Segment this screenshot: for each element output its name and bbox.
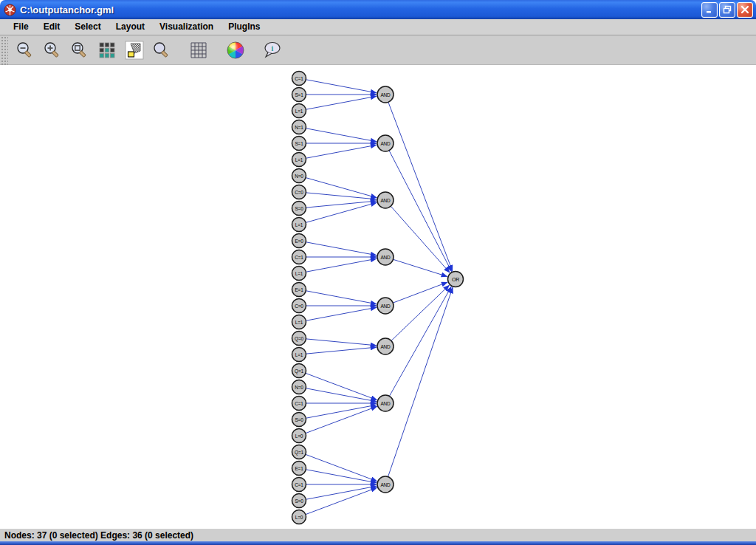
graph-edge[interactable] <box>306 96 377 109</box>
svg-text:L=0: L=0 <box>295 515 303 520</box>
close-button[interactable] <box>737 2 753 18</box>
restore-button[interactable] <box>719 2 735 18</box>
zoom-in-button[interactable] <box>42 40 63 61</box>
menu-select[interactable]: Select <box>67 20 108 34</box>
minimize-button[interactable] <box>701 2 718 18</box>
graph-edge[interactable] <box>393 282 447 303</box>
graph-edge[interactable] <box>306 291 377 304</box>
graph-edge[interactable] <box>306 258 377 272</box>
svg-text:C=1: C=1 <box>295 401 303 406</box>
graph-node-and-gate[interactable]: AND <box>377 86 394 103</box>
graph-node-input[interactable]: C=1 <box>292 397 306 411</box>
graph-edge[interactable] <box>391 285 450 340</box>
graph-edge[interactable] <box>388 102 453 271</box>
graph-edge[interactable] <box>306 178 377 198</box>
minimize-icon <box>705 5 714 14</box>
titlebar[interactable]: C:\outputanchor.gml <box>0 0 756 19</box>
graph-node-and-gate[interactable]: AND <box>377 192 394 208</box>
zoom-out-button[interactable] <box>15 40 35 61</box>
menu-file[interactable]: File <box>6 20 36 34</box>
graph-edge[interactable] <box>306 486 377 499</box>
graph-node-input[interactable]: E=0 <box>292 234 306 248</box>
menu-visualization[interactable]: Visualization <box>152 20 221 34</box>
graph-node-and-gate[interactable]: AND <box>377 298 394 314</box>
find-button[interactable] <box>151 40 172 61</box>
graph-node-input[interactable]: S=0 <box>292 202 306 216</box>
graph-node-and-gate[interactable]: AND <box>377 338 394 354</box>
graph-node-and-gate[interactable]: AND <box>377 249 394 265</box>
graph-edge[interactable] <box>306 405 377 418</box>
graph-node-input[interactable]: C=0 <box>292 185 306 199</box>
menu-layout[interactable]: Layout <box>109 20 152 34</box>
toolbar-drag-handle[interactable] <box>0 35 8 65</box>
graph-node-and-gate[interactable]: AND <box>377 395 394 411</box>
menu-edit[interactable]: Edit <box>36 20 68 34</box>
graph-node-input[interactable]: S=1 <box>292 137 306 151</box>
graph-edge[interactable] <box>306 388 377 402</box>
graph-node-input[interactable]: L=0 <box>292 429 306 443</box>
tooltip-info-button[interactable]: i <box>262 40 283 61</box>
overview-button[interactable] <box>97 40 117 61</box>
graph-node-input[interactable]: N=1 <box>292 120 306 134</box>
window-bottom-border <box>0 541 756 545</box>
magnify-area-button[interactable] <box>124 40 145 61</box>
graph-edge[interactable] <box>306 242 377 256</box>
graph-node-input[interactable]: Q=1 <box>292 445 306 459</box>
graph-edge[interactable] <box>306 307 377 321</box>
graph-node-input[interactable]: L=0 <box>292 510 306 524</box>
graph-edge[interactable] <box>306 193 377 199</box>
graph-node-input[interactable]: L=1 <box>292 104 306 118</box>
grid-button[interactable] <box>188 40 209 61</box>
graph-node-and-gate[interactable]: AND <box>377 135 394 151</box>
graph-edge[interactable] <box>306 470 377 483</box>
tooltip-info-icon: i <box>262 41 283 60</box>
graph-canvas[interactable]: C=1S=1L=1ANDN=1S=1L=1ANDN=0C=0S=0L=1ANDE… <box>0 65 756 528</box>
graph-node-input[interactable]: L=1 <box>292 348 306 362</box>
graph-node-input[interactable]: L=1 <box>292 267 306 281</box>
graph-edge[interactable] <box>306 145 377 158</box>
graph-node-input[interactable]: L=1 <box>292 153 306 167</box>
graph-view[interactable]: C=1S=1L=1ANDN=1S=1L=1ANDN=0C=0S=0L=1ANDE… <box>0 65 756 528</box>
graph-node-input[interactable]: C=0 <box>292 299 306 313</box>
graph-node-input[interactable]: C=1 <box>292 250 306 264</box>
zoom-out-icon <box>16 41 35 60</box>
graph-edge[interactable] <box>306 80 377 93</box>
zoom-fit-button[interactable] <box>69 40 90 61</box>
graph-node-and-gate[interactable]: AND <box>377 476 394 493</box>
graph-edge[interactable] <box>306 454 377 481</box>
graph-edge[interactable] <box>306 406 377 433</box>
graph-edge[interactable] <box>393 259 447 276</box>
graph-edge[interactable] <box>306 339 377 346</box>
graph-edge[interactable] <box>391 206 450 272</box>
graph-node-input[interactable]: S=0 <box>292 494 306 508</box>
graph-edge[interactable] <box>306 373 377 400</box>
graph-node-input[interactable]: E=1 <box>292 283 306 297</box>
graph-edge[interactable] <box>306 487 377 514</box>
graph-node-input[interactable]: C=1 <box>292 72 306 86</box>
svg-text:AND: AND <box>380 401 391 406</box>
svg-text:AND: AND <box>380 482 391 487</box>
graph-node-input[interactable]: Q=0 <box>292 332 306 346</box>
graph-node-input[interactable]: N=0 <box>292 169 306 183</box>
graph-node-input[interactable]: Q=1 <box>292 364 306 378</box>
graph-edge[interactable] <box>389 151 452 272</box>
graph-node-input[interactable]: E=1 <box>292 462 306 476</box>
graph-edge[interactable] <box>306 347 377 354</box>
svg-text:AND: AND <box>380 198 391 203</box>
color-wheel-icon <box>226 41 245 60</box>
find-icon <box>152 41 171 60</box>
graph-node-input[interactable]: L=1 <box>292 315 306 329</box>
graph-edge[interactable] <box>389 287 451 396</box>
graph-node-input[interactable]: L=1 <box>292 218 306 232</box>
graph-edge[interactable] <box>306 128 377 142</box>
menu-plugins[interactable]: PlugIns <box>221 20 267 34</box>
color-wheel-button[interactable] <box>225 40 246 61</box>
graph-node-input[interactable]: S=1 <box>292 88 306 102</box>
graph-edge[interactable] <box>306 201 377 208</box>
toolbar: i <box>0 35 756 65</box>
graph-node-input[interactable]: S=0 <box>292 413 306 427</box>
graph-edge[interactable] <box>306 202 377 222</box>
graph-node-or-gate[interactable]: OR <box>448 272 464 287</box>
graph-node-input[interactable]: N=0 <box>292 380 306 394</box>
graph-node-input[interactable]: C=1 <box>292 478 306 492</box>
